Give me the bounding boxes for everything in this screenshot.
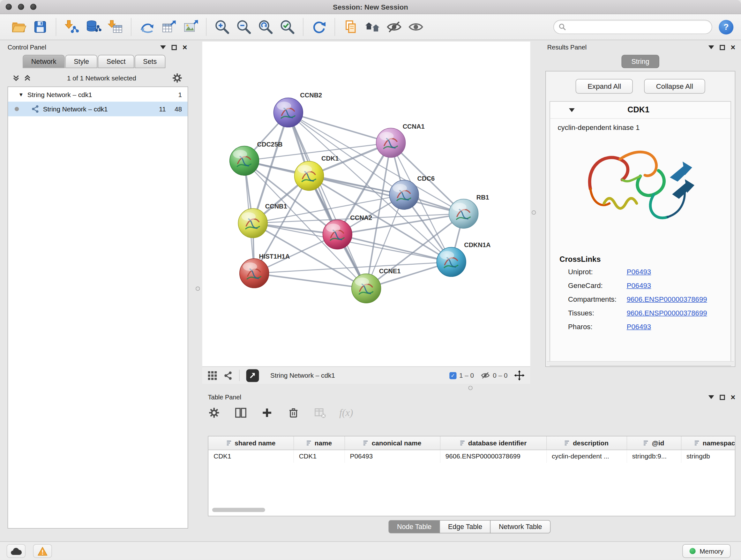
network-node-CCNB1[interactable]	[238, 208, 267, 238]
cell-database-identifier[interactable]: 9606.ENSP00000378699	[440, 449, 546, 462]
show-columns-button[interactable]	[233, 406, 248, 420]
crosslink-link[interactable]: P06493	[627, 267, 651, 275]
show-all-button[interactable]	[405, 16, 427, 38]
warnings-button[interactable]	[33, 544, 52, 558]
crosslink-link[interactable]: P06493	[627, 281, 651, 289]
import-network-database-button[interactable]	[83, 16, 105, 38]
collapse-all-icon[interactable]	[12, 74, 20, 82]
results-scrollbar[interactable]	[547, 361, 734, 365]
section-collapse-icon[interactable]	[569, 108, 575, 112]
open-session-button[interactable]	[8, 16, 29, 38]
help-button[interactable]: ?	[719, 19, 733, 34]
column-header-id[interactable]: @id	[627, 436, 681, 449]
column-header-name[interactable]: name	[293, 436, 345, 449]
network-view-canvas[interactable]: CCNB2CCNA1CDC25BCDK1CDC6RB1CCNB1CCNA2CDK…	[202, 42, 530, 366]
crosslink-link[interactable]: P06493	[627, 322, 651, 330]
float-panel-icon[interactable]	[720, 45, 725, 50]
horizontal-splitter-handle[interactable]	[468, 386, 473, 390]
network-edge[interactable]	[254, 273, 366, 288]
network-node-CCNA2[interactable]	[323, 220, 352, 249]
tab-string[interactable]: String	[621, 55, 659, 68]
network-node-RB1[interactable]	[449, 199, 478, 228]
cell-canonical-name[interactable]: P06493	[345, 449, 440, 462]
network-node-CDC25B[interactable]	[230, 146, 259, 176]
copy-document-button[interactable]	[340, 16, 361, 38]
memory-button[interactable]: Memory	[683, 544, 731, 558]
network-node-CCNE1[interactable]	[352, 273, 381, 303]
column-header-description[interactable]: description	[546, 436, 627, 449]
cell-namespace[interactable]: stringdb	[681, 449, 735, 462]
zoom-out-button[interactable]	[233, 16, 255, 38]
export-network-button[interactable]	[246, 369, 259, 382]
cell-name[interactable]: CDK1	[293, 449, 345, 462]
cell-id[interactable]: stringdb:9...	[627, 449, 681, 462]
float-panel-icon[interactable]	[172, 45, 177, 50]
search-input[interactable]	[566, 23, 707, 31]
tab-sets[interactable]: Sets	[135, 55, 165, 68]
network-node-CDKN1A[interactable]	[436, 247, 466, 276]
zoom-selected-button[interactable]	[276, 16, 298, 38]
tree-collapse-arrow-icon[interactable]: ▼	[18, 91, 23, 98]
panel-menu-icon[interactable]	[160, 45, 166, 49]
sphere-gloss-highlight	[393, 184, 407, 192]
tab-network-table[interactable]: Network Table	[490, 520, 550, 533]
tab-select[interactable]: Select	[98, 55, 134, 68]
pan-move-icon[interactable]	[514, 370, 525, 381]
network-node-CDK1[interactable]	[294, 161, 324, 191]
horizontal-scrollbar-thumb[interactable]	[212, 508, 265, 512]
tab-edge-table[interactable]: Edge Table	[440, 520, 490, 533]
gear-icon[interactable]	[172, 73, 183, 83]
save-session-button[interactable]	[29, 16, 51, 38]
network-row-selected[interactable]: String Network – cdk1 11 48	[8, 102, 188, 116]
delete-column-button[interactable]	[286, 406, 300, 420]
panel-menu-icon[interactable]	[709, 395, 714, 399]
network-arrows-button[interactable]	[136, 16, 158, 38]
crosslink-link[interactable]: 9606.ENSP00000378699	[627, 295, 707, 303]
refresh-layout-button[interactable]	[308, 16, 330, 38]
vertical-splitter-handle[interactable]	[196, 287, 200, 291]
network-node-HIST1H1A[interactable]	[240, 259, 269, 288]
float-panel-icon[interactable]	[720, 395, 725, 400]
close-panel-icon[interactable]: ×	[731, 393, 736, 401]
column-header-database-identifier[interactable]: database identifier	[440, 436, 546, 449]
crosslink-link[interactable]: 9606.ENSP00000378699	[627, 309, 707, 317]
tab-network[interactable]: Network	[23, 55, 65, 68]
birdseye-view-icon[interactable]	[223, 371, 232, 380]
network-node-CCNA1[interactable]	[376, 128, 406, 158]
export-table-button[interactable]	[158, 16, 180, 38]
expand-all-button[interactable]: Expand All	[576, 79, 633, 94]
close-panel-icon[interactable]: ×	[731, 43, 736, 51]
arrow-up-right-icon	[249, 372, 256, 379]
export-image-button[interactable]	[180, 16, 201, 38]
column-header-namespace[interactable]: namespace	[681, 436, 735, 449]
toolbar-search-field[interactable]	[553, 20, 712, 34]
network-collection-row[interactable]: ▼ String Network – cdk1 1	[8, 87, 188, 102]
create-column-button[interactable]	[260, 406, 274, 420]
column-header-canonical-name[interactable]: canonical name	[345, 436, 440, 449]
tab-style[interactable]: Style	[65, 55, 98, 68]
panel-menu-icon[interactable]	[709, 45, 714, 49]
hide-selected-button[interactable]	[383, 16, 405, 38]
close-panel-icon[interactable]: ×	[183, 43, 187, 51]
collapse-all-button[interactable]: Collapse All	[644, 79, 705, 94]
network-edge[interactable]	[288, 112, 366, 288]
cell-shared-name[interactable]: CDK1	[208, 449, 293, 462]
network-node-CDC6[interactable]	[389, 180, 419, 209]
network-collection-name: String Network – cdk1	[27, 91, 92, 98]
grid-view-icon[interactable]	[208, 371, 217, 380]
expand-all-icon[interactable]	[23, 74, 31, 82]
network-edge[interactable]	[288, 112, 391, 143]
column-header-shared-name[interactable]: shared name	[208, 436, 293, 449]
zoom-fit-button[interactable]	[255, 16, 276, 38]
network-node-CCNB2[interactable]	[273, 98, 303, 127]
cell-description[interactable]: cyclin-dependent ...	[546, 449, 627, 462]
import-network-file-button[interactable]	[61, 16, 83, 38]
cloud-status-button[interactable]	[7, 544, 25, 558]
houses-button[interactable]	[361, 16, 383, 38]
zoom-in-button[interactable]	[211, 16, 233, 38]
tab-node-table[interactable]: Node Table	[388, 520, 440, 533]
table-settings-button[interactable]	[207, 406, 221, 420]
table-row[interactable]: CDK1 CDK1 P06493 9606.ENSP00000378699 cy…	[208, 449, 735, 462]
vertical-splitter-handle[interactable]	[532, 210, 536, 214]
import-table-button[interactable]	[105, 16, 126, 38]
